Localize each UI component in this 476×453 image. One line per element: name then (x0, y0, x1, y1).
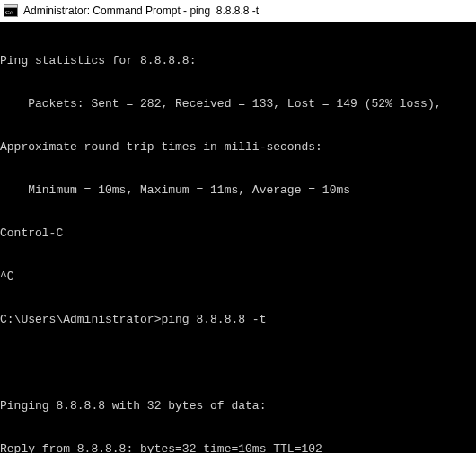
blank-line (0, 356, 474, 370)
caret-c-line: ^C (0, 270, 474, 284)
svg-rect-1 (4, 5, 18, 8)
cmd-icon: C:\ (4, 4, 18, 18)
window-title: Administrator: Command Prompt - ping 8.8… (23, 4, 259, 17)
ping-stats-header: Ping statistics for 8.8.8.8: (0, 54, 474, 68)
pinging-header: Pinging 8.8.8.8 with 32 bytes of data: (0, 399, 474, 413)
window-titlebar[interactable]: C:\ Administrator: Command Prompt - ping… (0, 0, 476, 22)
ping-rtt-header: Approximate round trip times in milli-se… (0, 140, 474, 155)
terminal-output[interactable]: Ping statistics for 8.8.8.8: Packets: Se… (0, 22, 476, 453)
ping-reply-line: Reply from 8.8.8.8: bytes=32 time=10ms T… (0, 442, 474, 453)
ping-packets-line: Packets: Sent = 282, Received = 133, Los… (0, 97, 474, 111)
svg-text:C:\: C:\ (5, 9, 13, 16)
control-c-line: Control-C (0, 226, 474, 241)
ping-rtt-line: Minimum = 10ms, Maximum = 11ms, Average … (0, 183, 474, 198)
prompt-line: C:\Users\Administrator>ping 8.8.8.8 -t (0, 313, 474, 327)
